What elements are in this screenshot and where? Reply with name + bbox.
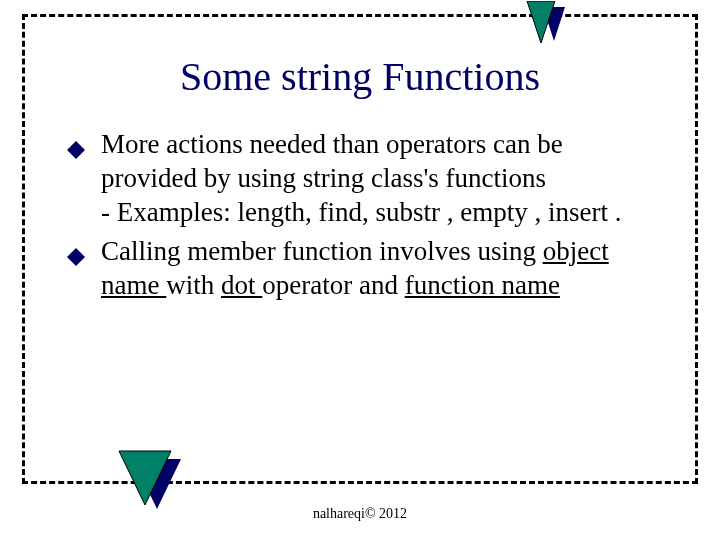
bullet-text: More actions needed than operators can b… [101,129,563,193]
diamond-bullet-icon [67,134,85,168]
svg-marker-3 [67,248,85,266]
decor-triangle-bottom [117,445,181,513]
svg-marker-2 [67,141,85,159]
diamond-bullet-icon [67,241,85,275]
bullet-subtext: - Examples: length, find, substr , empty… [101,197,621,227]
bullet-item: Calling member function involves using o… [101,235,649,303]
decor-triangle-top [513,1,565,59]
bullet-text: Calling member function involves using [101,236,543,266]
slide-frame: Some string Functions More actions neede… [22,14,698,484]
slide-title: Some string Functions [25,53,695,100]
underline-dot: dot [221,270,262,300]
underline-function-name: function name [405,270,560,300]
footer-copyright: nalhareqi© 2012 [0,506,720,522]
slide-content: More actions needed than operators can b… [25,128,695,303]
bullet-item: More actions needed than operators can b… [101,128,649,229]
bullet-text: operator and [262,270,404,300]
bullet-text: with [166,270,221,300]
